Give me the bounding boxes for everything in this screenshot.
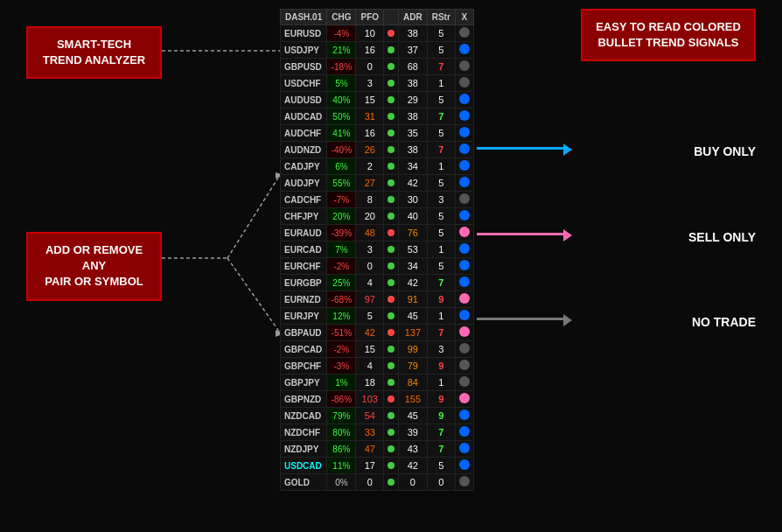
pair-cell: GOLD <box>281 474 327 491</box>
pfo-cell: 0 <box>356 59 384 75</box>
bullet-cell <box>455 374 473 391</box>
table-row: EURCHF-2%0345 <box>281 258 474 275</box>
adr-cell: 42 <box>399 458 428 474</box>
table-row: CADCHF-7%8303 <box>281 192 474 208</box>
header-pair: DASH.01 <box>281 10 327 25</box>
pair-cell: AUDCHF <box>281 125 327 142</box>
table-row: AUDUSD40%15295 <box>281 92 474 108</box>
adr-dot-cell <box>384 308 399 325</box>
rstr-cell: 7 <box>427 275 455 291</box>
adr-dot-cell <box>384 424 399 441</box>
adr-cell: 155 <box>399 391 428 408</box>
rstr-cell: 1 <box>427 75 455 92</box>
sell-arrow <box>477 233 564 235</box>
pair-cell: CADCHF <box>281 192 327 208</box>
pfo-cell: 5 <box>356 308 384 325</box>
pfo-cell: 10 <box>356 25 384 42</box>
adr-cell: 39 <box>399 424 428 441</box>
pair-cell: EURCHF <box>281 258 327 275</box>
bullet-cell <box>455 75 473 92</box>
chg-cell: 6% <box>327 158 356 175</box>
pair-cell: NZDCHF <box>281 424 327 441</box>
chg-cell: 55% <box>327 175 356 192</box>
adr-cell: 79 <box>399 358 428 374</box>
adr-dot-cell <box>384 25 399 42</box>
rstr-cell: 1 <box>427 308 455 325</box>
analyzer-label: SMART-TECHTREND ANALYZER <box>26 26 162 79</box>
svg-line-5 <box>227 258 280 332</box>
table-row: EURGBP25%4427 <box>281 275 474 291</box>
bullet-cell <box>455 125 473 142</box>
adr-cell: 34 <box>399 158 428 175</box>
pair-cell: CADJPY <box>281 158 327 175</box>
chg-cell: -2% <box>327 258 356 275</box>
bullet-cell <box>455 358 473 374</box>
adr-cell: 38 <box>399 75 428 92</box>
header-pfo: PFO <box>356 10 384 25</box>
pfo-cell: 3 <box>356 242 384 258</box>
pfo-cell: 27 <box>356 175 384 192</box>
bullet-cell <box>455 242 473 258</box>
pfo-cell: 103 <box>356 391 384 408</box>
adr-dot-cell <box>384 441 399 458</box>
adr-dot-cell <box>384 208 399 225</box>
chg-cell: 5% <box>327 75 356 92</box>
table-row: CADJPY6%2341 <box>281 158 474 175</box>
adr-dot-cell <box>384 158 399 175</box>
table-row: NZDCAD79%54459 <box>281 408 474 424</box>
adr-dot-cell <box>384 92 399 108</box>
buy-only-label: BUY ONLY <box>694 144 756 158</box>
pair-cell: EURNZD <box>281 291 327 308</box>
header-rstr: RStr <box>427 10 455 25</box>
chg-cell: 0% <box>327 474 356 491</box>
adr-dot-cell <box>384 242 399 258</box>
table-row: AUDJPY55%27425 <box>281 175 474 192</box>
adr-dot-cell <box>384 408 399 424</box>
chg-cell: 40% <box>327 92 356 108</box>
adr-dot-cell <box>384 358 399 374</box>
pfo-cell: 97 <box>356 291 384 308</box>
rstr-cell: 5 <box>427 92 455 108</box>
header-x[interactable]: X <box>455 10 473 25</box>
adr-dot-cell <box>384 192 399 208</box>
adr-cell: 34 <box>399 258 428 275</box>
adr-cell: 45 <box>399 308 428 325</box>
rstr-cell: 0 <box>427 474 455 491</box>
chg-cell: -39% <box>327 225 356 242</box>
rstr-cell: 3 <box>427 341 455 358</box>
adr-dot-cell <box>384 291 399 308</box>
header-adr: ADR <box>399 10 428 25</box>
chg-cell: -40% <box>327 142 356 158</box>
rstr-cell: 9 <box>427 358 455 374</box>
adr-cell: 137 <box>399 325 428 341</box>
pfo-cell: 16 <box>356 42 384 59</box>
table-row: GBPNZD-86%1031559 <box>281 391 474 408</box>
rstr-cell: 7 <box>427 424 455 441</box>
pfo-cell: 15 <box>356 92 384 108</box>
pfo-cell: 15 <box>356 341 384 358</box>
chg-cell: -3% <box>327 358 356 374</box>
no-trade-arrow <box>477 318 564 320</box>
adr-dot-cell <box>384 142 399 158</box>
adr-cell: 99 <box>399 341 428 358</box>
pair-cell: AUDCAD <box>281 108 327 125</box>
rstr-cell: 5 <box>427 125 455 142</box>
bullet-cell <box>455 59 473 75</box>
bullet-cell <box>455 275 473 291</box>
table-row: NZDJPY86%47437 <box>281 441 474 458</box>
pfo-cell: 54 <box>356 408 384 424</box>
chg-cell: 21% <box>327 42 356 59</box>
rstr-cell: 5 <box>427 42 455 59</box>
adr-dot-cell <box>384 59 399 75</box>
pfo-cell: 0 <box>356 474 384 491</box>
pfo-cell: 17 <box>356 458 384 474</box>
rstr-cell: 5 <box>427 208 455 225</box>
adr-cell: 30 <box>399 192 428 208</box>
bullet-cell <box>455 325 473 341</box>
chg-cell: 20% <box>327 208 356 225</box>
table-row: AUDCAD50%31387 <box>281 108 474 125</box>
pfo-cell: 4 <box>356 275 384 291</box>
pair-cell: NZDCAD <box>281 408 327 424</box>
adr-dot-cell <box>384 225 399 242</box>
chg-cell: 12% <box>327 308 356 325</box>
